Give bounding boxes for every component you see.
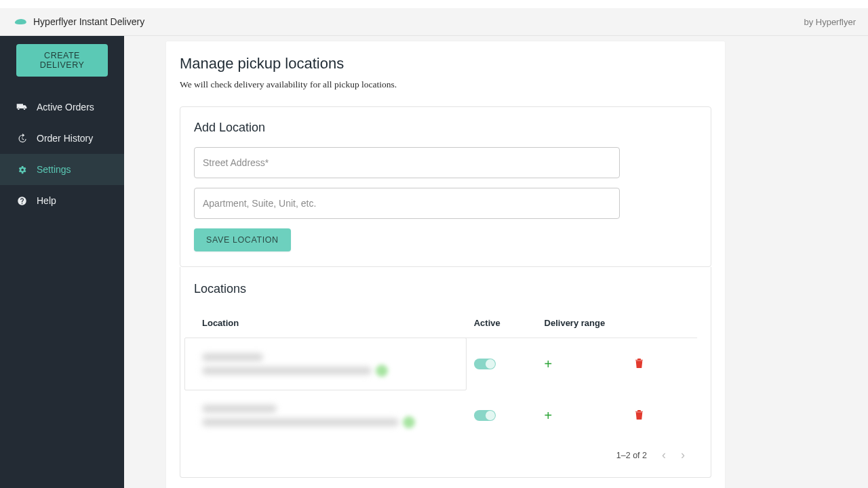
- location-line2-redacted: [202, 367, 372, 375]
- gear-icon: [16, 165, 27, 175]
- sidebar-item-label: Order History: [37, 133, 93, 144]
- page-subtitle: We will check delivery availability for …: [180, 79, 711, 90]
- active-toggle[interactable]: [474, 410, 496, 421]
- locations-title: Locations: [194, 282, 697, 296]
- create-delivery-button[interactable]: CREATE DELIVERY: [16, 44, 108, 77]
- topbar-stripe: [0, 0, 868, 8]
- app-title: Hyperflyer Instant Delivery: [33, 16, 144, 27]
- sidebar-item-active-orders[interactable]: Active Orders: [0, 92, 124, 123]
- next-page-button[interactable]: ›: [681, 448, 685, 462]
- locations-table: Location Active Delivery range: [194, 308, 697, 441]
- sidebar-item-settings[interactable]: Settings: [0, 154, 124, 185]
- unit-input[interactable]: [194, 188, 620, 219]
- by-hyperflyer-text: by Hyperflyer: [804, 17, 856, 27]
- column-active: Active: [466, 308, 536, 338]
- brand-logo-icon: [15, 18, 26, 26]
- add-location-panel: Add Location SAVE LOCATION: [180, 106, 711, 267]
- locations-panel: Locations Location Active Delivery range: [180, 267, 711, 478]
- save-location-button[interactable]: SAVE LOCATION: [194, 228, 291, 251]
- page-title: Manage pickup locations: [180, 55, 711, 73]
- sidebar-item-label: Settings: [37, 164, 71, 175]
- column-actions: [627, 308, 697, 338]
- location-line1-redacted: [202, 405, 277, 413]
- help-icon: [16, 196, 27, 206]
- prev-page-button[interactable]: ‹: [662, 448, 666, 462]
- verified-icon: [376, 365, 388, 377]
- table-row[interactable]: +: [194, 390, 697, 441]
- add-range-button[interactable]: +: [545, 357, 553, 371]
- add-range-button[interactable]: +: [545, 408, 553, 423]
- sidebar-item-order-history[interactable]: Order History: [0, 123, 124, 154]
- settings-card: Manage pickup locations We will check de…: [166, 41, 725, 488]
- delete-button[interactable]: [635, 359, 644, 370]
- main-content: Manage pickup locations We will check de…: [124, 36, 868, 488]
- active-toggle[interactable]: [474, 359, 496, 369]
- delete-button[interactable]: [635, 411, 644, 422]
- table-row[interactable]: +: [194, 338, 697, 390]
- location-line1-redacted: [202, 353, 263, 361]
- verified-icon: [403, 416, 415, 428]
- appbar: Hyperflyer Instant Delivery by Hyperflye…: [0, 8, 868, 36]
- sidebar-item-label: Help: [37, 195, 56, 206]
- sidebar: CREATE DELIVERY Active Orders Order Hist…: [0, 36, 124, 488]
- sidebar-item-label: Active Orders: [37, 102, 94, 113]
- pagination-text: 1–2 of 2: [616, 451, 647, 460]
- truck-icon: [16, 103, 27, 111]
- location-line2-redacted: [202, 418, 399, 426]
- add-location-title: Add Location: [194, 121, 697, 135]
- column-range: Delivery range: [536, 308, 627, 338]
- history-icon: [16, 134, 27, 144]
- sidebar-item-help[interactable]: Help: [0, 185, 124, 216]
- column-location: Location: [194, 308, 466, 338]
- pagination: 1–2 of 2 ‹ ›: [194, 441, 697, 462]
- street-address-input[interactable]: [194, 147, 620, 178]
